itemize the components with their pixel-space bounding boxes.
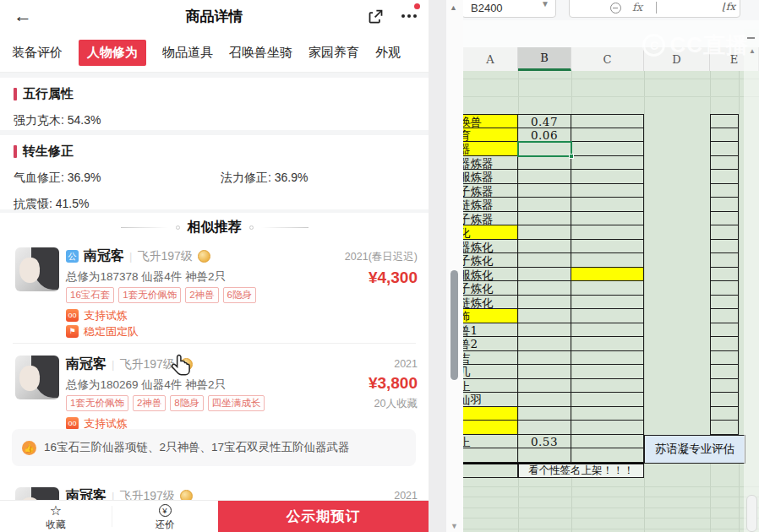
tab-1[interactable]: 装备评价 [12, 45, 63, 61]
cell-A[interactable]: 链炼器 [463, 198, 518, 212]
tab-2[interactable]: 人物修为 [79, 40, 146, 66]
cell-C[interactable] [571, 142, 644, 156]
cell-B[interactable] [518, 407, 571, 421]
cell-E[interactable] [710, 309, 739, 323]
cell-C[interactable] [571, 365, 644, 379]
cell-C[interactable] [571, 212, 644, 226]
scroll-down-icon[interactable]: ▼ [450, 522, 458, 530]
cell-E[interactable] [710, 240, 739, 254]
cell-E[interactable] [710, 407, 739, 421]
cell-C[interactable] [571, 435, 644, 449]
cell-A[interactable]: 唤兽 [463, 114, 518, 128]
cell-B[interactable] [518, 448, 571, 463]
cell-E[interactable] [710, 156, 739, 171]
cell-E[interactable] [710, 323, 739, 338]
cell-C[interactable] [571, 296, 644, 310]
cell-B[interactable]: 0.53 [518, 435, 571, 449]
scroll-up-icon[interactable]: ▲ [450, 3, 457, 12]
cell-E[interactable] [710, 379, 739, 394]
cell-B[interactable] [518, 268, 571, 282]
product-card[interactable]: 公南冠客|飞升197级总修为187378 仙器4件 神兽2只16宝石套1套无价佩… [0, 245, 429, 345]
cell-E[interactable] [710, 421, 739, 435]
cell-B[interactable]: 0.06 [518, 128, 571, 143]
tab-3[interactable]: 物品道具 [162, 45, 213, 61]
banner-cell[interactable]: 看个性签名上架！！！ [518, 464, 644, 479]
cell-A[interactable]: 兽1 [463, 323, 518, 338]
scroll-up-icon[interactable]: ▲ [749, 47, 756, 55]
cell-C[interactable] [571, 114, 644, 128]
cell-A[interactable]: 上 [463, 435, 518, 449]
cell-B[interactable] [518, 253, 571, 268]
cell-B[interactable] [518, 337, 571, 351]
cell-C[interactable] [571, 253, 644, 268]
bargain-button[interactable]: ¥ 还价 [112, 503, 218, 531]
cell-A[interactable]: 几 [463, 365, 518, 379]
cell-B[interactable] [518, 281, 571, 296]
cell-C[interactable] [571, 184, 644, 198]
more-icon[interactable] [401, 14, 417, 18]
formula-bar[interactable]: fx ⌊fx [569, 0, 740, 18]
cell-C[interactable] [571, 156, 644, 171]
cell-A[interactable]: 化 [463, 225, 518, 240]
cell-C[interactable] [571, 337, 644, 351]
tab-5[interactable]: 家园养育 [309, 45, 359, 61]
cell-B[interactable] [518, 198, 571, 212]
cell-A[interactable] [463, 421, 518, 435]
cell-A[interactable]: 育 [463, 128, 518, 143]
cell-C[interactable] [571, 170, 644, 184]
cell-A[interactable] [463, 448, 518, 463]
page-scrollbar[interactable]: ▲ ▼ [446, 0, 463, 532]
cell-C[interactable] [571, 448, 644, 463]
cell-E[interactable] [710, 365, 739, 379]
cell-C[interactable] [571, 407, 644, 421]
cell-B[interactable] [518, 351, 571, 366]
cell-E[interactable] [710, 212, 739, 226]
cell-C[interactable] [571, 323, 644, 338]
column-header-B[interactable]: B [518, 47, 571, 71]
cell-A[interactable]: 饰 [463, 309, 518, 323]
cell-A[interactable]: 链炼化 [463, 296, 518, 310]
cell-E[interactable] [710, 184, 739, 198]
cell-B[interactable]: 0.47 [518, 114, 571, 128]
cell-A[interactable]: 器 [463, 142, 518, 156]
cell-A[interactable]: 服炼化 [463, 268, 518, 282]
cell-A[interactable] [463, 464, 518, 479]
cell-B[interactable] [518, 309, 571, 323]
cell-E[interactable] [710, 253, 739, 268]
cell-C[interactable] [571, 268, 644, 282]
cell-B[interactable] [518, 296, 571, 310]
cell-E[interactable] [710, 337, 739, 351]
cell-E[interactable] [710, 142, 739, 156]
column-header-C[interactable]: C [571, 47, 644, 71]
fill-handle[interactable] [569, 154, 574, 159]
cell-B[interactable] [518, 156, 571, 171]
cell-A[interactable]: 兽2 [463, 337, 518, 351]
side-note-cell[interactable]: 苏语凝专业评估 [644, 435, 745, 464]
cell-E[interactable] [710, 393, 739, 407]
scrollbar-thumb[interactable] [746, 495, 757, 532]
tab-4[interactable]: 召唤兽坐骑 [229, 45, 292, 61]
cell-E[interactable] [710, 281, 739, 296]
cell-E[interactable] [710, 225, 739, 240]
sheet-scrollbar[interactable]: ▲ [744, 29, 759, 532]
reserve-button[interactable]: 公示期预订 [218, 501, 429, 532]
cell-B[interactable] [518, 240, 571, 254]
cell-E[interactable] [710, 296, 739, 310]
share-icon[interactable] [367, 8, 385, 25]
cell-B[interactable] [518, 379, 571, 394]
cell-B[interactable] [518, 170, 571, 184]
cell-B[interactable] [518, 225, 571, 240]
cell-B[interactable] [518, 365, 571, 379]
cell-C[interactable] [571, 421, 644, 435]
cell-C[interactable] [571, 393, 644, 407]
cell-E[interactable] [710, 128, 739, 143]
cell-A[interactable]: 子炼器 [463, 212, 518, 226]
cell-C[interactable] [571, 225, 644, 240]
cell-E[interactable] [710, 170, 739, 184]
cell-B[interactable] [518, 184, 571, 198]
cell-B[interactable] [518, 212, 571, 226]
cell-C[interactable] [571, 309, 644, 323]
cell-B[interactable] [518, 421, 571, 435]
insert-function-icon[interactable]: ⌊fx [722, 1, 735, 13]
cell-C[interactable] [571, 240, 644, 254]
